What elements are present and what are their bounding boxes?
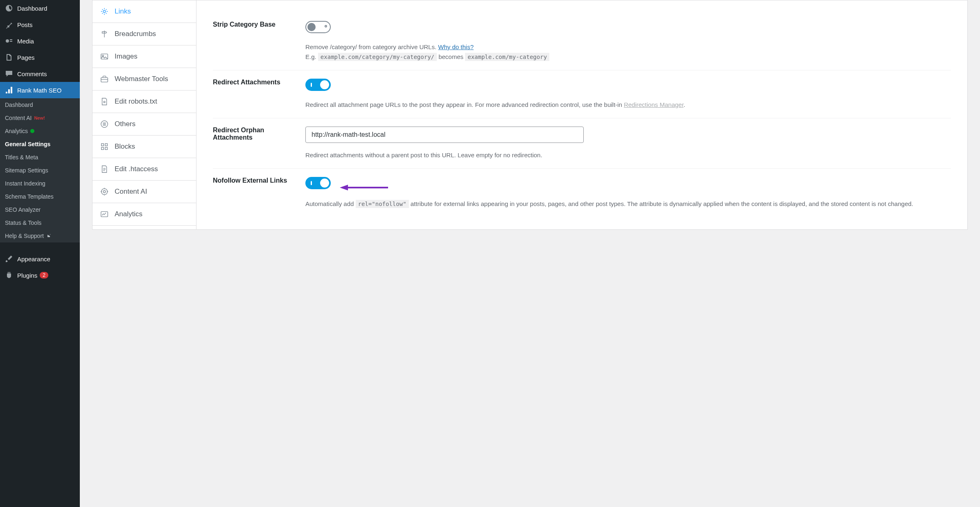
settings-tabs: Links Breadcrumbs Images Webmaster Tools…	[93, 0, 196, 229]
svg-rect-8	[105, 144, 108, 146]
sidebar-item-label: Appearance	[17, 256, 50, 263]
setting-nofollow-external: Nofollow External Links Automatically ad…	[213, 169, 951, 217]
setting-label: Strip Category Base	[213, 21, 305, 62]
setting-label: Redirect Orphan Attachments	[213, 127, 305, 160]
settings-panel: Links Breadcrumbs Images Webmaster Tools…	[92, 0, 968, 230]
submenu-general-settings[interactable]: General Settings	[0, 138, 80, 151]
tab-label: Edit .htaccess	[115, 165, 158, 173]
code-example: example.com/category/my-category/	[318, 53, 437, 61]
submenu-dashboard[interactable]: Dashboard	[0, 98, 80, 111]
tab-label: Content AI	[115, 188, 147, 196]
setting-description: Remove /category/ from category archive …	[305, 42, 951, 62]
svg-point-5	[104, 101, 105, 103]
arrow-annotation-icon	[340, 183, 389, 192]
sidebar-item-dashboard[interactable]: Dashboard	[0, 0, 80, 16]
status-dot-icon	[30, 129, 34, 133]
setting-label: Redirect Attachments	[213, 79, 305, 110]
pin-icon	[5, 20, 13, 29]
tab-breadcrumbs[interactable]: Breadcrumbs	[93, 23, 196, 45]
toggle-redirect-attachments[interactable]	[305, 79, 331, 91]
tab-content-ai[interactable]: Content AI	[93, 181, 196, 203]
brush-icon	[5, 255, 13, 263]
tab-blocks[interactable]: Blocks	[93, 136, 196, 158]
submenu-help-support[interactable]: Help & Support	[0, 229, 80, 242]
sidebar-item-pages[interactable]: Pages	[0, 49, 80, 66]
svg-point-0	[6, 39, 9, 43]
tab-label: Others	[115, 120, 135, 128]
setting-label: Nofollow External Links	[213, 177, 305, 209]
submenu-titles-meta[interactable]: Titles & Meta	[0, 151, 80, 164]
submenu-sitemap[interactable]: Sitemap Settings	[0, 164, 80, 177]
setting-redirect-attachments: Redirect Attachments Redirect all attach…	[213, 70, 951, 118]
tab-label: Links	[115, 7, 131, 16]
tab-robots[interactable]: Edit robots.txt	[93, 91, 196, 113]
svg-marker-15	[340, 185, 348, 190]
sidebar-item-label: Rank Math SEO	[17, 87, 61, 94]
toggle-strip-category[interactable]	[305, 21, 331, 33]
chart-icon	[100, 210, 109, 219]
submenu-content-ai[interactable]: Content AINew!	[0, 111, 80, 124]
wp-admin-sidebar: Dashboard Posts Media Pages Comments Ran…	[0, 0, 80, 507]
setting-description: Redirect all attachment page URLs to the…	[305, 100, 951, 110]
sidebar-item-label: Posts	[17, 21, 33, 28]
sidebar-item-appearance[interactable]: Appearance	[0, 251, 80, 267]
tab-others[interactable]: Others	[93, 113, 196, 136]
sidebar-item-posts[interactable]: Posts	[0, 16, 80, 33]
submenu-schema-templates[interactable]: Schema Templates	[0, 190, 80, 203]
redirections-manager-link[interactable]: Redirections Manager	[624, 101, 684, 108]
media-icon	[5, 37, 13, 45]
svg-point-12	[103, 190, 106, 193]
setting-description: Automatically add rel="nofollow" attribu…	[305, 199, 951, 209]
main-content: Links Breadcrumbs Images Webmaster Tools…	[80, 0, 980, 507]
sidebar-item-media[interactable]: Media	[0, 33, 80, 49]
tab-images[interactable]: Images	[93, 45, 196, 68]
tab-links[interactable]: Links	[93, 0, 196, 23]
tab-label: Analytics	[115, 210, 142, 218]
sidebar-submenu: Dashboard Content AINew! Analytics Gener…	[0, 98, 80, 242]
tab-label: Blocks	[115, 143, 135, 151]
comments-icon	[5, 70, 13, 78]
file-text-icon	[100, 165, 109, 174]
setting-description: Redirect attachments without a parent po…	[305, 150, 951, 160]
sidebar-item-plugins[interactable]: Plugins 2	[0, 267, 80, 283]
svg-point-1	[103, 10, 106, 13]
tab-htaccess[interactable]: Edit .htaccess	[93, 158, 196, 181]
orphan-url-input[interactable]	[305, 127, 584, 143]
setting-redirect-orphan: Redirect Orphan Attachments Redirect att…	[213, 118, 951, 169]
submenu-analytics[interactable]: Analytics	[0, 124, 80, 138]
tab-label: Edit robots.txt	[115, 97, 157, 106]
code-example: example.com/my-category	[465, 53, 549, 61]
sidebar-item-label: Comments	[17, 70, 47, 77]
tab-label: Webmaster Tools	[115, 75, 168, 83]
tab-webmaster-tools[interactable]: Webmaster Tools	[93, 68, 196, 91]
blocks-icon	[100, 142, 109, 151]
submenu-status-tools[interactable]: Status & Tools	[0, 216, 80, 229]
why-link[interactable]: Why do this?	[438, 43, 474, 50]
images-icon	[100, 52, 109, 61]
plugin-count-badge: 2	[40, 272, 48, 278]
svg-rect-7	[102, 144, 104, 146]
links-icon	[100, 7, 109, 16]
code-example: rel="nofollow"	[356, 200, 409, 208]
tab-label: Breadcrumbs	[115, 30, 156, 38]
rank-math-icon	[5, 86, 13, 94]
toggle-nofollow[interactable]	[305, 177, 331, 189]
signpost-icon	[100, 29, 109, 38]
sidebar-item-rank-math[interactable]: Rank Math SEO	[0, 82, 80, 98]
submenu-instant-indexing[interactable]: Instant Indexing	[0, 177, 80, 190]
setting-strip-category: Strip Category Base Remove /category/ fr…	[213, 13, 951, 70]
tab-analytics[interactable]: Analytics	[93, 203, 196, 226]
sidebar-item-label: Pages	[17, 54, 35, 61]
dashboard-icon	[5, 4, 13, 12]
list-icon	[100, 120, 109, 129]
svg-rect-4	[101, 77, 108, 82]
sidebar-item-label: Dashboard	[17, 5, 47, 12]
sidebar-item-label: Plugins	[17, 272, 37, 279]
svg-rect-9	[102, 147, 104, 150]
new-badge: New!	[34, 115, 45, 120]
svg-rect-10	[105, 147, 108, 150]
pages-icon	[5, 53, 13, 61]
submenu-seo-analyzer[interactable]: SEO Analyzer	[0, 203, 80, 216]
sidebar-item-comments[interactable]: Comments	[0, 66, 80, 82]
external-link-icon	[46, 233, 51, 238]
